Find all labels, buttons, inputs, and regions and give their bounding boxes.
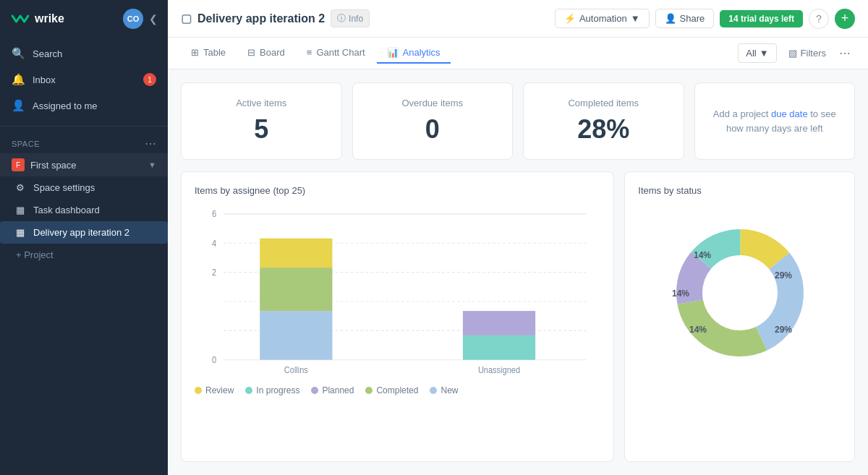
help-icon: ?: [816, 13, 822, 25]
add-project-label: + Project: [16, 249, 54, 260]
automation-button[interactable]: ⚡ Automation ▼: [555, 9, 650, 28]
wrike-logo-icon: [10, 11, 30, 27]
info-button[interactable]: ⓘ Info: [331, 9, 370, 27]
tab-analytics[interactable]: 📊 Analytics: [377, 43, 451, 64]
collins-review-bar: [260, 239, 332, 268]
donut-label-purple: 14%: [689, 325, 707, 335]
filters-button[interactable]: ▧ Filters: [781, 44, 833, 62]
bar-chart-title: Items by assignee (top 25): [195, 185, 600, 196]
sidebar-inbox-label: Inbox: [33, 74, 56, 85]
svg-text:4: 4: [212, 239, 217, 247]
info-icon: ⓘ: [337, 12, 346, 25]
svg-text:2: 2: [212, 268, 216, 277]
legend-inprogress-label: In progress: [256, 385, 299, 395]
sidebar-section-space: Space ⋯: [0, 131, 168, 153]
due-date-highlight: due date: [771, 108, 808, 119]
analytics-icon: 📊: [387, 47, 399, 58]
svg-text:Unassigned: Unassigned: [478, 366, 520, 375]
tab-board-label: Board: [260, 47, 285, 58]
logo-text: wrike: [35, 12, 64, 25]
board-icon: ⊟: [247, 47, 255, 58]
task-dashboard-label: Task dashboard: [33, 205, 100, 215]
sidebar-nav: 🔍 Search 🔔 Inbox 1 👤 Assigned to me: [0, 38, 168, 121]
all-filter-button[interactable]: All ▼: [738, 43, 776, 63]
tab-gantt[interactable]: ≡ Gantt Chart: [297, 43, 375, 64]
sidebar-divider: [0, 126, 168, 127]
avatar: CO: [123, 9, 143, 29]
topbar: ▢ Delivery app iteration 2 ⓘ Info ⚡ Auto…: [168, 0, 868, 38]
legend-planned-dot: [311, 387, 318, 394]
sidebar-item-assigned[interactable]: 👤 Assigned to me: [0, 93, 168, 119]
sidebar-search-label: Search: [33, 48, 62, 59]
add-button[interactable]: +: [835, 9, 855, 29]
logo: wrike: [10, 11, 64, 27]
stats-row: Active items 5 Overdue items 0 Completed…: [181, 82, 855, 160]
legend-inprogress-dot: [245, 387, 252, 394]
sidebar-item-task-dashboard[interactable]: ▦ Task dashboard: [0, 199, 168, 221]
donut-svg: 14% 29% 29% 14% 14%: [660, 213, 820, 372]
overdue-items-label: Overdue items: [401, 98, 463, 108]
completed-items-card: Completed items 28%: [523, 82, 684, 160]
automation-icon: ⚡: [564, 13, 576, 24]
bar-chart-card: Items by assignee (top 25) 6 4 2: [181, 171, 614, 462]
more-options-button[interactable]: ⋯: [835, 43, 855, 63]
share-button[interactable]: 👤 Share: [655, 9, 715, 28]
automation-chevron-icon: ▼: [631, 13, 640, 24]
settings-icon: ⚙: [16, 182, 27, 193]
bar-chart-legend: Review In progress Planned Completed: [195, 385, 600, 395]
svg-text:6: 6: [212, 210, 216, 218]
add-project-button[interactable]: + Project: [0, 244, 168, 266]
legend-review-dot: [195, 387, 202, 394]
sidebar-toggle-icon[interactable]: ❮: [149, 13, 158, 25]
tab-gantt-label: Gantt Chart: [316, 47, 365, 58]
gantt-icon: ≡: [307, 47, 312, 58]
space-more-icon[interactable]: ⋯: [145, 137, 156, 150]
filter-icon: ▧: [788, 48, 797, 59]
tab-board[interactable]: ⊟ Board: [237, 43, 295, 64]
trial-badge[interactable]: 14 trial days left: [720, 10, 803, 27]
donut-label-teal: 14%: [672, 288, 689, 299]
donut-chart-title: Items by status: [638, 185, 841, 196]
space-first[interactable]: F First space ▼: [0, 153, 168, 176]
inbox-icon: 🔔: [12, 73, 25, 86]
help-button[interactable]: ?: [809, 9, 829, 29]
tab-table-label: Table: [203, 47, 226, 58]
assigned-icon: 👤: [12, 99, 25, 112]
donut-label-yellow: 14%: [694, 250, 711, 260]
donut-label-blue: 29%: [775, 270, 792, 281]
unassigned-inprogress-bar: [463, 335, 535, 360]
all-filter-label: All: [746, 48, 756, 59]
legend-new-dot: [430, 387, 437, 394]
sidebar-item-search[interactable]: 🔍 Search: [0, 40, 168, 67]
active-items-value: 5: [254, 114, 268, 145]
tab-analytics-label: Analytics: [403, 47, 441, 58]
completed-items-value: 28%: [577, 114, 629, 145]
share-label: Share: [680, 13, 705, 24]
bar-chart-svg: 6 4 2 0: [195, 206, 600, 380]
inbox-badge: 1: [143, 73, 156, 86]
legend-review: Review: [195, 385, 234, 395]
sidebar-item-delivery-app[interactable]: ▦ Delivery app iteration 2: [0, 221, 168, 244]
donut-chart-area: 14% 29% 29% 14% 14%: [638, 206, 841, 380]
completed-items-label: Completed items: [568, 98, 639, 108]
add-icon: +: [841, 11, 849, 26]
sidebar-item-settings[interactable]: ⚙ Space settings: [0, 176, 168, 199]
charts-row: Items by assignee (top 25) 6 4 2: [181, 171, 855, 462]
settings-label: Space settings: [33, 182, 95, 193]
dashboard-icon: ▦: [16, 205, 27, 215]
automation-label: Automation: [579, 13, 627, 24]
svg-text:Collins: Collins: [284, 366, 308, 375]
page-title: ▢ Delivery app iteration 2: [181, 12, 325, 25]
legend-review-label: Review: [205, 385, 234, 395]
legend-planned: Planned: [311, 385, 354, 395]
page-title-icon: ▢: [181, 12, 192, 25]
collins-new-bar: [260, 311, 332, 360]
tab-table[interactable]: ⊞ Table: [181, 43, 236, 64]
space-name-label: First space: [30, 160, 77, 171]
sidebar-item-inbox[interactable]: 🔔 Inbox 1: [0, 67, 168, 93]
due-date-card: Add a project due date to see how many d…: [694, 82, 856, 160]
active-items-card: Active items 5: [181, 82, 342, 160]
legend-new: New: [430, 385, 458, 395]
space-color-icon: F: [12, 158, 25, 171]
bar-chart-area: 6 4 2 0: [195, 206, 600, 380]
